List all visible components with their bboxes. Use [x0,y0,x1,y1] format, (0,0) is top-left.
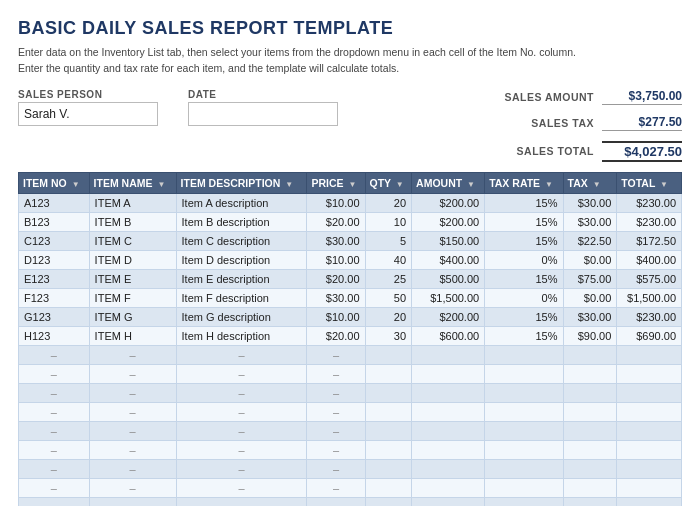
empty-cell-item-no[interactable]: – [19,364,90,383]
dropdown-arrow-amount[interactable]: ▼ [467,180,475,189]
sales-tax-value: $277.50 [602,115,682,131]
cell-qty[interactable]: 40 [365,250,412,269]
cell-total: $575.00 [617,269,682,288]
cell-tax: $0.00 [563,288,617,307]
cell-tax-rate[interactable]: 15% [485,193,563,212]
cell-amount: $150.00 [412,231,485,250]
cell-price: $20.00 [307,326,365,345]
cell-item-no[interactable]: G123 [19,307,90,326]
cell-total: $230.00 [617,193,682,212]
cell-qty[interactable]: 20 [365,307,412,326]
sales-tax-label: SALES TAX [492,117,602,129]
empty-cell-item-no[interactable]: – [19,497,90,506]
empty-cell-amount [412,459,485,478]
col-header-item-name[interactable]: ITEM NAME ▼ [89,172,176,193]
empty-cell-item-name: – [89,402,176,421]
dropdown-arrow-tax-rate[interactable]: ▼ [545,180,553,189]
cell-tax-rate[interactable]: 15% [485,231,563,250]
cell-qty[interactable]: 5 [365,231,412,250]
col-header-tax[interactable]: TAX ▼ [563,172,617,193]
cell-qty[interactable]: 10 [365,212,412,231]
empty-cell-item-no[interactable]: – [19,402,90,421]
cell-item-name: ITEM G [89,307,176,326]
cell-item-no[interactable]: E123 [19,269,90,288]
empty-table-row: – – – – [19,497,682,506]
cell-price: $10.00 [307,193,365,212]
cell-item-no[interactable]: H123 [19,326,90,345]
cell-tax: $30.00 [563,193,617,212]
col-header-total[interactable]: TOTAL ▼ [617,172,682,193]
cell-tax-rate[interactable]: 15% [485,269,563,288]
empty-cell-price: – [307,345,365,364]
col-header-item-description[interactable]: ITEM DESCRIPTION ▼ [176,172,307,193]
empty-cell-tax [563,421,617,440]
col-header-item-no[interactable]: ITEM NO ▼ [19,172,90,193]
empty-cell-qty [365,497,412,506]
cell-qty[interactable]: 30 [365,326,412,345]
dropdown-arrow-item-name[interactable]: ▼ [157,180,165,189]
empty-cell-item-no[interactable]: – [19,345,90,364]
cell-item-no[interactable]: A123 [19,193,90,212]
cell-item-no[interactable]: B123 [19,212,90,231]
empty-cell-total [617,364,682,383]
cell-tax-rate[interactable]: 15% [485,307,563,326]
empty-cell-qty [365,478,412,497]
cell-item-no[interactable]: F123 [19,288,90,307]
table-row: A123 ITEM A Item A description $10.00 20… [19,193,682,212]
empty-cell-item-desc: – [176,421,307,440]
dropdown-arrow-total[interactable]: ▼ [660,180,668,189]
col-header-amount[interactable]: AMOUNT ▼ [412,172,485,193]
table-row: E123 ITEM E Item E description $20.00 25… [19,269,682,288]
empty-cell-tax-rate [485,459,563,478]
empty-table-row: – – – – [19,440,682,459]
col-header-qty[interactable]: QTY ▼ [365,172,412,193]
empty-cell-item-no[interactable]: – [19,459,90,478]
empty-cell-amount [412,383,485,402]
empty-cell-item-no[interactable]: – [19,440,90,459]
empty-cell-tax-rate [485,383,563,402]
left-fields: SALES PERSON DATE [18,89,462,126]
cell-qty[interactable]: 50 [365,288,412,307]
dropdown-arrow-price[interactable]: ▼ [348,180,356,189]
empty-table-row: – – – – [19,421,682,440]
cell-qty[interactable]: 25 [365,269,412,288]
cell-total: $230.00 [617,307,682,326]
cell-amount: $200.00 [412,212,485,231]
cell-item-desc: Item G description [176,307,307,326]
empty-cell-item-name: – [89,383,176,402]
cell-price: $20.00 [307,212,365,231]
cell-tax-rate[interactable]: 0% [485,250,563,269]
date-input[interactable] [188,102,338,126]
col-header-tax-rate[interactable]: TAX RATE ▼ [485,172,563,193]
cell-amount: $200.00 [412,307,485,326]
cell-price: $10.00 [307,307,365,326]
cell-qty[interactable]: 20 [365,193,412,212]
table-row: B123 ITEM B Item B description $20.00 10… [19,212,682,231]
cell-tax-rate[interactable]: 15% [485,212,563,231]
empty-cell-qty [365,345,412,364]
cell-item-desc: Item C description [176,231,307,250]
empty-cell-price: – [307,402,365,421]
empty-cell-item-no[interactable]: – [19,478,90,497]
empty-cell-item-no[interactable]: – [19,383,90,402]
empty-table-row: – – – – [19,364,682,383]
dropdown-arrow-tax[interactable]: ▼ [593,180,601,189]
cell-tax-rate[interactable]: 0% [485,288,563,307]
cell-item-no[interactable]: D123 [19,250,90,269]
dropdown-arrow-qty[interactable]: ▼ [396,180,404,189]
empty-cell-price: – [307,459,365,478]
empty-cell-total [617,345,682,364]
cell-tax-rate[interactable]: 15% [485,326,563,345]
cell-item-desc: Item B description [176,212,307,231]
dropdown-arrow-item-no[interactable]: ▼ [72,180,80,189]
cell-item-no[interactable]: C123 [19,231,90,250]
table-header-row: ITEM NO ▼ ITEM NAME ▼ ITEM DESCRIPTION ▼… [19,172,682,193]
sales-person-input[interactable] [18,102,158,126]
empty-cell-item-desc: – [176,345,307,364]
dropdown-arrow-item-desc[interactable]: ▼ [285,180,293,189]
col-header-price[interactable]: PRICE ▼ [307,172,365,193]
empty-cell-item-no[interactable]: – [19,421,90,440]
sales-total-row: SALES TOTAL $4,027.50 [462,141,682,162]
empty-cell-tax [563,478,617,497]
empty-cell-item-desc: – [176,440,307,459]
